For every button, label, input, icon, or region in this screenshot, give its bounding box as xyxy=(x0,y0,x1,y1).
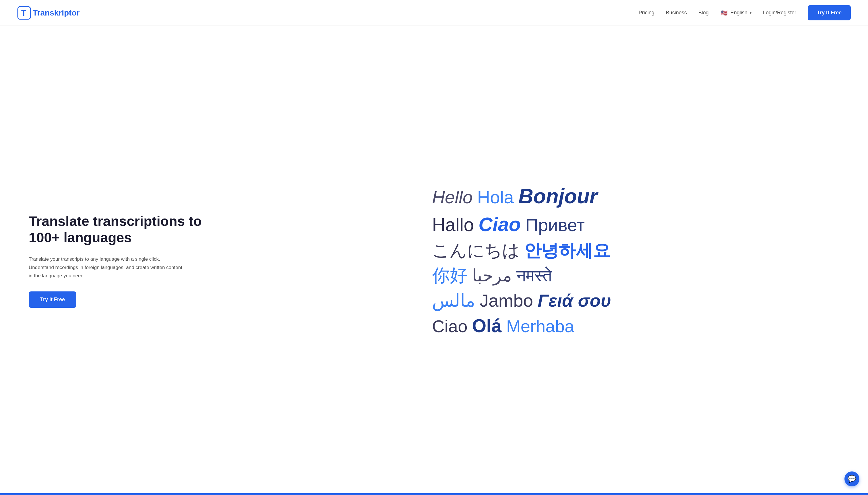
word-annyeong: 안녕하세요 xyxy=(524,239,610,262)
lang-row-1: Hello Hola Bonjour xyxy=(432,182,611,210)
chat-icon: 💬 xyxy=(848,475,856,483)
word-yiasou: Γειά σου xyxy=(538,289,611,313)
word-hello: Hello xyxy=(432,185,472,209)
word-ola: Olá xyxy=(472,313,502,338)
lang-row-5: مالس Jambo Γειά σου xyxy=(432,289,611,313)
language-label: English xyxy=(730,10,747,16)
word-namaste: नमस्ते xyxy=(516,264,552,287)
svg-text:T: T xyxy=(21,8,26,18)
logo-text: Transkriptor xyxy=(33,8,80,18)
word-salam: مالس xyxy=(432,289,475,313)
lang-row-3: こんにちは 안녕하세요 xyxy=(432,239,611,262)
logo-rest: ranskriptor xyxy=(37,8,80,17)
logo[interactable]: T Transkriptor xyxy=(17,6,80,20)
nav-business[interactable]: Business xyxy=(666,10,687,16)
bottom-bar xyxy=(0,493,868,495)
word-privet: Привет xyxy=(525,213,585,237)
word-bonjour: Bonjour xyxy=(518,182,597,210)
chevron-down-icon: ▾ xyxy=(750,11,751,15)
try-free-hero-button[interactable]: Try It Free xyxy=(29,291,76,308)
word-arabic-marhaba: مرحبا xyxy=(472,264,512,287)
word-ciao2: Ciao xyxy=(432,315,467,338)
word-konnichiwa: こんにちは xyxy=(432,239,520,262)
chat-bubble[interactable]: 💬 xyxy=(845,472,860,487)
logo-icon: T xyxy=(17,6,31,20)
lang-row-4: 你好 مرحبا नमस्ते xyxy=(432,263,611,287)
logo-t: T xyxy=(33,8,37,17)
word-hola: Hola xyxy=(477,185,514,209)
language-selector[interactable]: 🇺🇸 English ▾ xyxy=(720,10,751,16)
word-nihao: 你好 xyxy=(432,263,468,287)
hero-subtitle: Translate your transcripts to any langua… xyxy=(29,255,184,280)
hero-right: Hello Hola Bonjour Hallo Ciao Привет こんに… xyxy=(420,182,845,339)
hero-title: Translate transcriptions to 100+ languag… xyxy=(29,213,207,246)
word-hallo: Hallo xyxy=(432,212,474,237)
lang-row-6: Ciao Olá Merhaba xyxy=(432,313,611,338)
hero-left: Translate transcriptions to 100+ languag… xyxy=(29,213,207,308)
hero-section: Translate transcriptions to 100+ languag… xyxy=(0,26,868,495)
word-jambo: Jambo xyxy=(480,289,533,313)
try-free-nav-button[interactable]: Try It Free xyxy=(808,5,851,20)
nav-blog[interactable]: Blog xyxy=(698,10,709,16)
lang-row-2: Hallo Ciao Привет xyxy=(432,211,611,238)
login-register-link[interactable]: Login/Register xyxy=(763,10,796,16)
word-merhaba: Merhaba xyxy=(506,315,574,338)
word-ciao: Ciao xyxy=(479,211,521,238)
nav-pricing[interactable]: Pricing xyxy=(639,10,655,16)
flag-icon: 🇺🇸 xyxy=(720,10,728,16)
navbar: T Transkriptor Pricing Business Blog 🇺🇸 … xyxy=(0,0,868,26)
nav-links: Pricing Business Blog 🇺🇸 English ▾ Login… xyxy=(639,5,851,20)
language-cloud: Hello Hola Bonjour Hallo Ciao Привет こんに… xyxy=(432,182,611,339)
